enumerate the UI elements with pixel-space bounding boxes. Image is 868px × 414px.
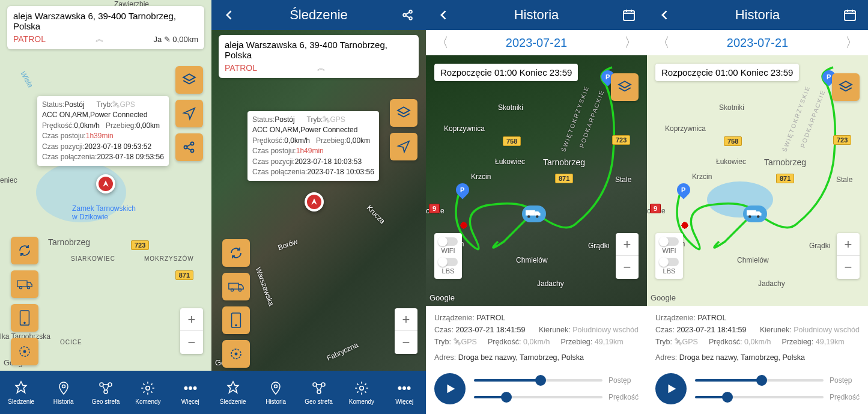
layers-button[interactable] bbox=[611, 73, 639, 101]
vehicle-info-popup: Status:Postój Tryb:🛰GPS ACC ON,ARM,Power… bbox=[247, 111, 379, 181]
back-button[interactable] bbox=[219, 4, 240, 26]
patrol-label: PATROL bbox=[13, 34, 46, 44]
zoom-in-button[interactable]: + bbox=[616, 233, 639, 256]
nav-more[interactable]: Więcej bbox=[169, 371, 211, 414]
date-label[interactable]: 2023-07-21 bbox=[727, 36, 788, 50]
nav-geofence[interactable]: Geo strefa bbox=[297, 371, 340, 414]
vehicle-marker[interactable] bbox=[96, 174, 115, 193]
nav-tracking[interactable]: Śledzenie bbox=[0, 371, 42, 414]
lbs-toggle[interactable] bbox=[439, 258, 458, 266]
playback-controls: Postęp Prędkość bbox=[647, 367, 868, 414]
time-range-box[interactable]: Rozpoczęcie 01:00 Koniec 23:59 bbox=[434, 64, 578, 81]
speed-slider[interactable] bbox=[474, 396, 602, 398]
wifi-toggle[interactable] bbox=[439, 237, 458, 246]
locate-button[interactable] bbox=[175, 100, 203, 127]
zoom-control[interactable]: + − bbox=[180, 308, 203, 354]
progress-slider[interactable] bbox=[474, 379, 602, 382]
device-button[interactable] bbox=[11, 304, 38, 332]
history-map-light[interactable]: Skotniki Koprzywnica Łukowiec Tarnobrzeg… bbox=[647, 55, 868, 306]
truck-marker[interactable] bbox=[743, 205, 767, 222]
event-marker bbox=[456, 218, 472, 233]
nav-commands[interactable]: Komendy bbox=[127, 371, 169, 414]
bottom-nav: Śledzenie Historia Geo strefa Komendy Wi… bbox=[211, 371, 426, 414]
share-header-button[interactable] bbox=[397, 4, 419, 26]
svg-point-34 bbox=[403, 386, 405, 389]
back-button[interactable] bbox=[654, 4, 676, 26]
next-date-button[interactable]: 〉 bbox=[621, 34, 641, 52]
map-light[interactable]: Tarnobrzeg SIARKOWIEC MOKRZYSZÓW OCICE Z… bbox=[0, 0, 211, 371]
svg-point-9 bbox=[23, 350, 26, 353]
geofence-button[interactable] bbox=[222, 340, 250, 368]
address-box: aleja Warszawska 6, 39-400 Tarnobrzeg, P… bbox=[7, 6, 204, 49]
nav-tracking[interactable]: Śledzenie bbox=[211, 371, 254, 414]
svg-point-28 bbox=[275, 385, 278, 388]
svg-point-10 bbox=[62, 385, 65, 388]
geofence-button[interactable] bbox=[11, 338, 38, 365]
zoom-in-button[interactable]: + bbox=[837, 233, 860, 256]
history-map-satellite[interactable]: Skotniki Koprzywnica Łukowiec Tarnobrzeg… bbox=[426, 55, 647, 306]
svg-point-23 bbox=[238, 289, 241, 291]
vehicle-marker[interactable] bbox=[305, 192, 324, 212]
svg-point-4 bbox=[19, 287, 22, 289]
refresh-button[interactable] bbox=[222, 239, 250, 267]
share-button[interactable] bbox=[175, 133, 203, 161]
header-title: Śledzenie bbox=[290, 7, 348, 23]
prev-date-button[interactable]: 〈 bbox=[653, 34, 673, 52]
refresh-button[interactable] bbox=[11, 237, 38, 264]
vehicle-button[interactable] bbox=[11, 270, 38, 298]
date-label[interactable]: 2023-07-21 bbox=[506, 36, 567, 50]
svg-rect-3 bbox=[17, 281, 27, 287]
vehicle-button[interactable] bbox=[222, 273, 250, 300]
parking-marker[interactable]: P bbox=[674, 180, 693, 199]
zoom-out-button[interactable]: − bbox=[395, 331, 417, 354]
parking-marker[interactable]: P bbox=[453, 180, 472, 199]
svg-point-35 bbox=[408, 386, 410, 389]
calendar-button[interactable] bbox=[839, 4, 861, 26]
svg-point-27 bbox=[235, 353, 237, 355]
zoom-in-button[interactable]: + bbox=[180, 308, 203, 331]
zoom-control[interactable]: + − bbox=[395, 308, 417, 354]
time-range-box[interactable]: Rozpoczęcie 01:00 Koniec 23:59 bbox=[655, 64, 799, 81]
svg-rect-37 bbox=[526, 210, 535, 216]
zoom-out-button[interactable]: − bbox=[180, 331, 203, 354]
address-text: aleja Warszawska 6, 39-400 Tarnobrzeg, P… bbox=[13, 11, 198, 31]
svg-point-38 bbox=[527, 215, 530, 218]
zoom-out-button[interactable]: − bbox=[616, 256, 639, 279]
layers-button[interactable] bbox=[390, 99, 417, 127]
next-date-button[interactable]: 〉 bbox=[842, 34, 862, 52]
zoom-out-button[interactable]: − bbox=[837, 256, 860, 279]
locate-button[interactable] bbox=[390, 133, 417, 160]
device-button[interactable] bbox=[222, 306, 250, 334]
layers-button[interactable] bbox=[175, 66, 203, 94]
map-satellite[interactable]: Borów Krucza Warszawska Fabryczna aleja … bbox=[211, 30, 426, 371]
nav-commands[interactable]: Komendy bbox=[340, 371, 383, 414]
nav-history[interactable]: Historia bbox=[254, 371, 297, 414]
svg-point-31 bbox=[317, 390, 321, 394]
lbs-toggle[interactable] bbox=[660, 258, 679, 266]
nav-history[interactable]: Historia bbox=[42, 371, 84, 414]
nav-geofence[interactable]: Geo strefa bbox=[85, 371, 127, 414]
layers-button[interactable] bbox=[832, 73, 860, 101]
vehicle-info-popup: Status:Postój Tryb:🛰GPS ACC ON,ARM,Power… bbox=[37, 96, 169, 166]
svg-point-7 bbox=[24, 322, 26, 324]
play-button[interactable] bbox=[434, 373, 466, 404]
zoom-control[interactable]: + − bbox=[616, 233, 639, 279]
back-button[interactable] bbox=[433, 4, 455, 26]
progress-slider[interactable] bbox=[695, 379, 824, 382]
nav-more[interactable]: Więcej bbox=[383, 371, 426, 414]
prev-date-button[interactable]: 〈 bbox=[432, 34, 452, 52]
speed-slider[interactable] bbox=[695, 396, 824, 398]
collapse-icon[interactable]: ︽ bbox=[317, 62, 326, 73]
svg-point-25 bbox=[235, 324, 237, 326]
truck-marker[interactable] bbox=[522, 205, 546, 222]
collapse-icon[interactable]: ︽ bbox=[96, 34, 104, 44]
history-info: Urządzenie: PATROL Czas: 2023-07-21 18:4… bbox=[426, 306, 647, 367]
wifi-toggle[interactable] bbox=[660, 237, 679, 246]
zoom-in-button[interactable]: + bbox=[395, 308, 417, 331]
svg-rect-21 bbox=[229, 283, 238, 289]
zoom-control[interactable]: + − bbox=[837, 233, 860, 279]
play-button[interactable] bbox=[655, 373, 687, 404]
calendar-button[interactable] bbox=[618, 4, 640, 26]
header-title: Historia bbox=[735, 7, 780, 23]
svg-point-22 bbox=[231, 289, 233, 291]
